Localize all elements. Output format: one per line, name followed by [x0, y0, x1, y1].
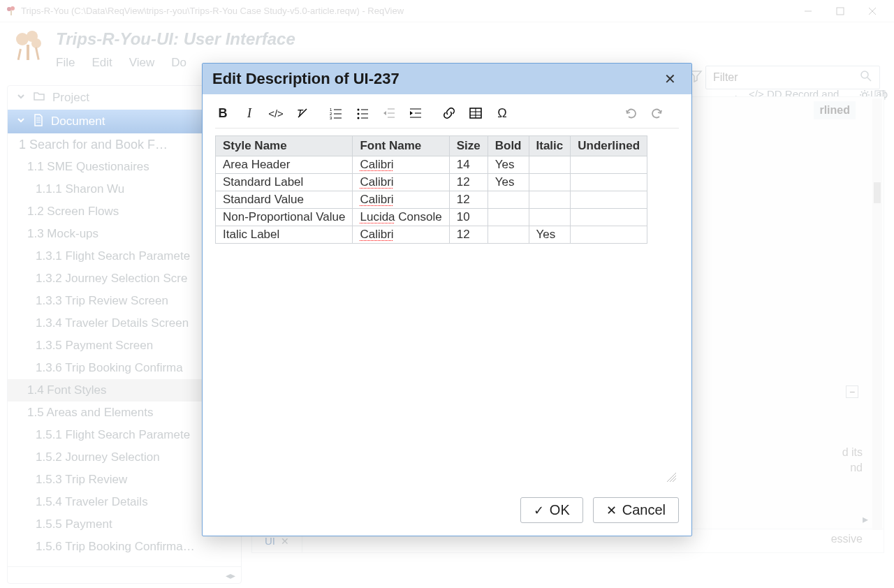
- table-header: Font Name: [353, 136, 449, 156]
- unordered-list-button[interactable]: [355, 105, 370, 121]
- table-header: Style Name: [216, 136, 353, 156]
- resize-grip-icon[interactable]: [666, 472, 676, 482]
- editor-area[interactable]: Style NameFont NameSizeBoldItalicUnderli…: [215, 135, 679, 485]
- outdent-button[interactable]: [381, 105, 397, 121]
- dialog-titlebar: Edit Description of UI-237 ✕: [203, 64, 691, 94]
- table-button[interactable]: [468, 105, 483, 121]
- svg-text:3: 3: [330, 116, 332, 119]
- svg-point-30: [358, 113, 360, 115]
- symbol-button[interactable]: Ω: [494, 105, 510, 121]
- link-button[interactable]: [441, 105, 457, 121]
- table-header: Size: [449, 136, 488, 156]
- indent-button[interactable]: [408, 105, 423, 121]
- ok-label: OK: [550, 502, 570, 518]
- table-row[interactable]: Italic LabelCalibri12Yes: [216, 226, 647, 244]
- ordered-list-button[interactable]: 123: [328, 105, 344, 121]
- table-row[interactable]: Standard LabelCalibri12Yes: [216, 174, 647, 191]
- editor-toolbar: B I </> T 123: [215, 105, 679, 128]
- table-row[interactable]: Area HeaderCalibri14Yes: [216, 156, 647, 174]
- table-row[interactable]: Standard ValueCalibri12: [216, 191, 647, 209]
- modal-overlay: Edit Description of UI-237 ✕ B I </> T 1…: [0, 0, 894, 588]
- dialog-footer: ✓ OK ✕ Cancel: [203, 489, 691, 536]
- font-styles-table[interactable]: Style NameFont NameSizeBoldItalicUnderli…: [215, 135, 647, 244]
- cancel-button[interactable]: ✕ Cancel: [593, 497, 679, 523]
- close-icon: ✕: [606, 503, 617, 518]
- dialog-title: Edit Description of UI-237: [212, 70, 400, 88]
- ok-button[interactable]: ✓ OK: [520, 497, 583, 523]
- cancel-label: Cancel: [622, 502, 666, 518]
- undo-button[interactable]: [623, 105, 638, 121]
- table-header: Underlined: [571, 136, 647, 156]
- table-header: Bold: [488, 136, 529, 156]
- redo-button[interactable]: [650, 105, 665, 121]
- svg-point-31: [358, 117, 360, 119]
- table-row[interactable]: Non-Proportional ValueLucida Console10: [216, 209, 647, 226]
- table-header: Italic: [529, 136, 571, 156]
- check-icon: ✓: [534, 503, 544, 518]
- code-button[interactable]: </>: [268, 105, 284, 121]
- edit-description-dialog: Edit Description of UI-237 ✕ B I </> T 1…: [202, 63, 692, 536]
- svg-point-29: [358, 109, 360, 111]
- bold-button[interactable]: B: [215, 105, 230, 121]
- clear-format-button[interactable]: T: [295, 105, 310, 121]
- italic-button[interactable]: I: [242, 105, 257, 121]
- dialog-close-button[interactable]: ✕: [659, 68, 682, 90]
